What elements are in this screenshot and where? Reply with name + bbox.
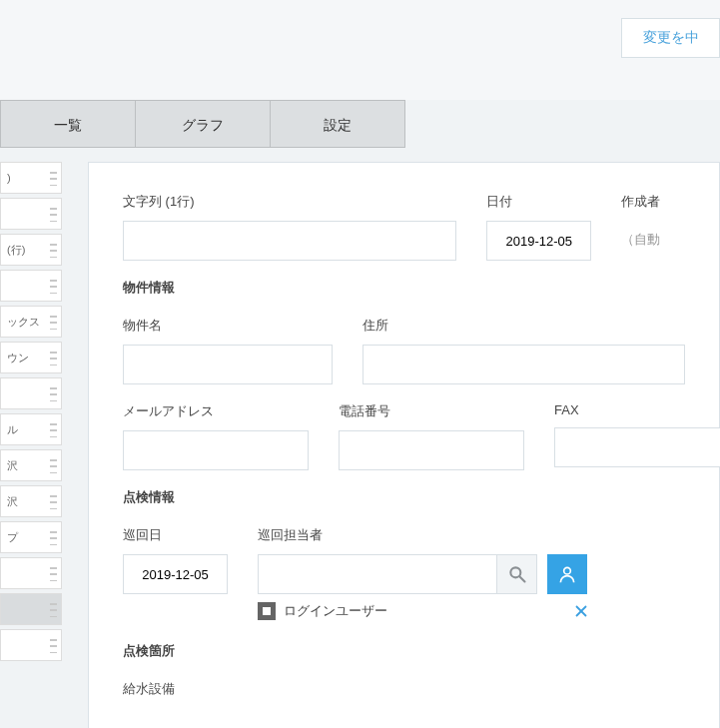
palette-item[interactable]: [0, 198, 62, 230]
date-field-label: 日付: [486, 193, 591, 211]
mail-label: メールアドレス: [123, 402, 309, 420]
fax-label: FAX: [554, 402, 720, 417]
createdby-auto-text: （自動: [621, 221, 685, 249]
selected-user-text: ログインユーザー: [284, 602, 575, 620]
phone-input[interactable]: [339, 430, 524, 470]
palette-item[interactable]: [0, 377, 62, 409]
add-user-button[interactable]: [547, 554, 587, 594]
round-date-input[interactable]: [123, 554, 228, 594]
remove-user-button[interactable]: [575, 605, 587, 617]
tab-list[interactable]: 一覧: [0, 100, 136, 148]
phone-label: 電話番号: [339, 402, 524, 420]
palette-item[interactable]: 沢: [0, 449, 62, 481]
string-field-label: 文字列 (1行): [123, 193, 456, 211]
palette-item[interactable]: [0, 629, 62, 661]
date-input[interactable]: [486, 221, 591, 261]
palette-item[interactable]: プ: [0, 521, 62, 553]
field-palette-sidebar: ) (行) ックス ウン ル 沢 沢 プ: [0, 162, 62, 728]
water-label: 給水設備: [123, 680, 685, 698]
palette-item[interactable]: [0, 593, 62, 625]
form-canvas: 文字列 (1行) 日付 作成者 （自動 物件情報 物件名 住所: [88, 162, 720, 728]
person-label: 巡回担当者: [258, 526, 587, 544]
property-name-label: 物件名: [123, 317, 333, 335]
inspection-section-title: 点検情報: [123, 488, 685, 506]
address-input[interactable]: [362, 345, 685, 384]
location-section-title: 点検箇所: [123, 642, 685, 660]
user-square-icon: [258, 602, 276, 620]
person-search-input[interactable]: [258, 554, 497, 594]
palette-item[interactable]: 沢: [0, 485, 62, 517]
cancel-changes-button[interactable]: 変更を中: [621, 18, 720, 58]
palette-item[interactable]: ル: [0, 413, 62, 445]
string-input[interactable]: [123, 221, 456, 261]
palette-item[interactable]: ウン: [0, 342, 62, 373]
palette-item[interactable]: [0, 270, 62, 302]
top-bar: 変更を中: [0, 0, 720, 100]
user-icon: [557, 564, 577, 584]
close-icon: [575, 605, 587, 617]
palette-item[interactable]: (行): [0, 234, 62, 266]
svg-point-2: [564, 567, 571, 574]
palette-item[interactable]: ): [0, 162, 62, 194]
round-date-label: 巡回日: [123, 526, 228, 544]
search-icon: [507, 564, 527, 584]
createdby-label: 作成者: [621, 193, 685, 211]
fax-input[interactable]: [554, 427, 720, 467]
svg-line-1: [519, 577, 524, 582]
property-name-input[interactable]: [123, 345, 333, 384]
tab-bar: 一覧 グラフ 設定: [0, 100, 720, 148]
address-label: 住所: [362, 317, 685, 335]
palette-item[interactable]: ックス: [0, 306, 62, 338]
mail-input[interactable]: [123, 430, 309, 470]
selected-user-row: ログインユーザー: [258, 602, 587, 620]
palette-item[interactable]: [0, 557, 62, 589]
search-button[interactable]: [497, 554, 537, 594]
tab-settings[interactable]: 設定: [270, 100, 405, 148]
property-section-title: 物件情報: [123, 279, 685, 297]
tab-graph[interactable]: グラフ: [135, 100, 271, 148]
